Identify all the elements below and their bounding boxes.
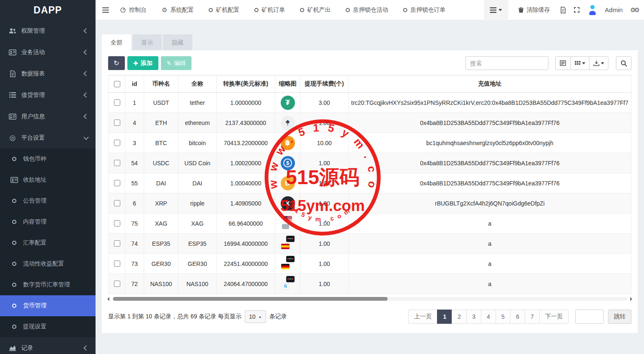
cell-id: 6 xyxy=(125,193,144,213)
page-button-3[interactable]: 3 xyxy=(466,310,481,324)
table-row[interactable]: 1USDTtether1.00000000₮3.00trc20:TGcqjikv… xyxy=(109,93,631,113)
row-checkbox[interactable] xyxy=(114,281,120,287)
nav-list-dropdown-button[interactable] xyxy=(484,0,508,20)
table-row[interactable]: 55DAIDAI1.00040000Đ1.000x4ba8B1D253BA55D… xyxy=(109,173,631,193)
detail-view-button[interactable] xyxy=(555,56,571,70)
next-page-button[interactable]: 下一页 xyxy=(539,310,569,324)
cell-rate: 2137.43000000 xyxy=(217,113,275,133)
page-button-6[interactable]: 6 xyxy=(510,310,525,324)
topnav-item-5[interactable]: 质押锁仓活动 xyxy=(346,6,388,14)
table-row[interactable]: 73GER30GER3022451.400000001.00a xyxy=(109,254,631,274)
page-button-7[interactable]: 7 xyxy=(525,310,540,324)
menu-icon xyxy=(102,7,109,13)
sidebar-subitem-4[interactable]: 汇率配置 xyxy=(0,232,96,253)
tab-1[interactable]: 显示 xyxy=(132,34,162,50)
column-header-5: 提现手续费(个) xyxy=(300,75,349,93)
page-button-1[interactable]: 1 xyxy=(437,310,452,324)
log-file-icon[interactable] xyxy=(560,7,566,13)
xrp-icon: X xyxy=(281,196,295,211)
export-dropdown-button[interactable] xyxy=(589,56,608,70)
page-jump-button[interactable]: 跳转 xyxy=(608,310,631,324)
sidebar-subitem-0[interactable]: 钱包币种 xyxy=(0,148,96,169)
sidebar-subitem-3[interactable]: 内容管理 xyxy=(0,211,96,232)
cell-id: 75 xyxy=(125,213,144,234)
sidebar-item-1[interactable]: 业务活动 xyxy=(0,42,96,63)
cell-name: USD Coin xyxy=(178,153,217,173)
circle-icon xyxy=(10,325,18,329)
cell-rate: 1.40905000 xyxy=(217,193,275,213)
tab-2[interactable]: 隐藏 xyxy=(163,34,192,50)
gear-icon: ⚙ xyxy=(162,7,167,13)
search-button[interactable] xyxy=(616,56,631,70)
scroll-left-icon[interactable] xyxy=(107,297,109,301)
sidebar-item-records[interactable]: 记录 xyxy=(0,337,96,354)
page-button-5[interactable]: 5 xyxy=(496,310,511,324)
row-checkbox[interactable] xyxy=(114,260,120,267)
page-jump-input[interactable] xyxy=(575,310,604,324)
cell-address: a xyxy=(349,274,631,294)
sidebar-item-5[interactable]: ◎平台设置 xyxy=(0,127,96,148)
row-checkbox[interactable] xyxy=(114,240,120,247)
sidebar-item-0[interactable]: 权限管理 xyxy=(0,20,96,42)
table-row[interactable]: 54USDCUSD Coin1.00020000$1.000x4ba8B1D25… xyxy=(109,153,631,173)
page-button-2[interactable]: 2 xyxy=(452,310,467,324)
refresh-button[interactable]: ↻ xyxy=(108,56,125,70)
column-header-4: 缩略图 xyxy=(275,75,300,93)
row-checkbox[interactable] xyxy=(114,200,120,206)
table-row[interactable]: 75XAGXAG66.964000001.00a xyxy=(109,213,631,234)
topnav-item-2[interactable]: 矿机配置 xyxy=(209,6,239,14)
settings-gears-icon[interactable]: ⚙⚙ xyxy=(630,6,638,14)
columns-dropdown-button[interactable] xyxy=(570,56,590,70)
topnav-item-4[interactable]: 矿机产出 xyxy=(300,6,331,14)
idcard-icon xyxy=(8,49,17,55)
edit-button[interactable]: ✎ 编辑 xyxy=(161,56,192,70)
scroll-right-icon[interactable] xyxy=(630,297,632,301)
table-row[interactable]: 4ETHethereum2137.43000000◆▼1.000x4ba8B1D… xyxy=(109,113,631,133)
table-row[interactable]: 3BTCbitcoin70413.22000000฿10.00bc1quhmqh… xyxy=(109,133,631,153)
select-all-checkbox[interactable] xyxy=(114,81,120,87)
row-checkbox[interactable] xyxy=(114,120,120,126)
prev-page-button[interactable]: 上一页 xyxy=(408,310,437,324)
row-checkbox[interactable] xyxy=(114,99,120,106)
vcard-icon xyxy=(8,114,17,120)
sidebar-subitem-6[interactable]: 数字货币汇率管理 xyxy=(0,274,96,295)
row-checkbox[interactable] xyxy=(114,160,120,166)
sidebar-item-4[interactable]: 用户信息 xyxy=(0,106,96,127)
list-icon xyxy=(8,92,17,98)
sidebar-subitem-7[interactable]: 货币管理 xyxy=(0,295,96,316)
avatar[interactable] xyxy=(587,5,597,15)
clear-cache-button[interactable]: 清除缓存 xyxy=(516,6,553,14)
topnav-item-0[interactable]: 控制台 xyxy=(120,6,147,14)
sidebar-subitem-5[interactable]: 流动性收益配置 xyxy=(0,253,96,274)
sidebar: DAPP 权限管理业务活动数据报表借贷管理用户信息◎平台设置 钱包币种收款地址公… xyxy=(0,0,96,354)
sidebar-item-3[interactable]: 借贷管理 xyxy=(0,84,96,106)
topnav-item-6[interactable]: 质押锁仓订单 xyxy=(403,6,445,14)
search-input[interactable] xyxy=(466,56,548,70)
table-row[interactable]: 72NAS100NAS10024064.47000000N1.00a xyxy=(109,274,631,294)
cell-icon: ◆▼ xyxy=(275,113,300,133)
row-checkbox[interactable] xyxy=(114,220,120,226)
topnav-item-3[interactable]: 矿机订单 xyxy=(254,6,285,14)
cell-fee: 1.00 xyxy=(300,213,349,234)
toolbar-right xyxy=(466,56,631,70)
sidebar-subitem-2[interactable]: 公告管理 xyxy=(0,190,96,211)
page-button-4[interactable]: 4 xyxy=(481,310,496,324)
sidebar-subitem-8[interactable]: 提现设置 xyxy=(0,316,96,337)
row-checkbox[interactable] xyxy=(114,140,120,146)
scrollbar-thumb[interactable] xyxy=(113,297,388,301)
circle-icon xyxy=(403,8,407,12)
table-row[interactable]: 6XRPripple1.40905000X1.00rBUGBLTg2XcfA4h… xyxy=(109,193,631,213)
add-button[interactable]: ✚ 添加 xyxy=(127,56,158,70)
content: 全部显示隐藏 ↻ ✚ 添加 ✎ 编辑 xyxy=(96,20,644,354)
fullscreen-icon[interactable] xyxy=(574,7,580,13)
table-row[interactable]: 74ESP35ESP3516994.400000001.00a xyxy=(109,234,631,254)
row-checkbox[interactable] xyxy=(114,180,120,186)
topnav-item-1[interactable]: ⚙系统配置 xyxy=(162,6,194,14)
page-size-select[interactable]: 10 ▲ xyxy=(245,310,266,323)
tab-0[interactable]: 全部 xyxy=(102,34,131,50)
sidebar-toggle-icon[interactable] xyxy=(102,7,109,13)
cell-rate: 1.00040000 xyxy=(217,173,275,193)
sidebar-item-2[interactable]: 数据报表 xyxy=(0,63,96,84)
sidebar-subitem-1[interactable]: 收款地址 xyxy=(0,169,96,190)
records-info-prefix: 显示第 1 到第 10 条记录，总共 69 条记录 每页显示 xyxy=(108,313,241,320)
